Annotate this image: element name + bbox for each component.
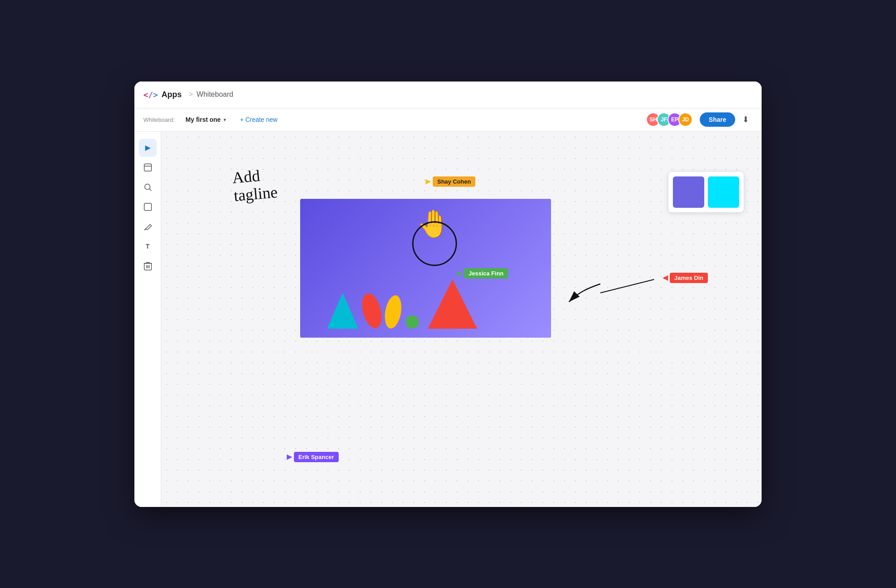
shapes-container: [327, 279, 477, 329]
green-ball: [405, 315, 419, 329]
red-oval: [358, 291, 385, 330]
svg-rect-0: [144, 164, 151, 171]
delete-tool[interactable]: [139, 257, 157, 275]
shay-label: Shay Cohen: [433, 176, 475, 187]
frame-tool[interactable]: [139, 198, 157, 216]
logo: </> Apps: [143, 90, 182, 99]
toolbar-row: Whiteboard: My first one ▾ + Create new …: [134, 108, 762, 132]
whiteboard-label: Whiteboard:: [143, 116, 175, 123]
swatch-cyan[interactable]: [708, 176, 739, 208]
jessica-label: Jessica Finn: [464, 268, 508, 279]
svg-point-2: [145, 184, 150, 189]
circle-overlay: [412, 221, 457, 266]
logo-icon: </>: [143, 90, 158, 99]
swatch-purple[interactable]: [673, 176, 704, 208]
breadcrumb-separator: >: [189, 90, 193, 99]
cursor-erik-spancer: ▶ Erik Spancer: [287, 452, 339, 462]
cursor-shay-cohen: ▶ Shay Cohen: [426, 176, 475, 187]
text-tool[interactable]: T: [139, 237, 157, 255]
color-swatches-panel: [668, 172, 744, 212]
canvas-image-inner: 🤚: [300, 199, 551, 338]
avatar-user-4[interactable]: JD: [678, 112, 693, 127]
share-button[interactable]: Share: [700, 112, 735, 127]
yellow-oval: [383, 294, 404, 330]
create-new-button[interactable]: + Create new: [237, 114, 281, 125]
james-cursor-icon: ◀: [663, 274, 668, 281]
canvas-image: 🤚: [300, 199, 551, 338]
erik-cursor-icon: ▶: [287, 453, 292, 460]
cursor-james-din: ◀ James Din: [663, 273, 708, 283]
svg-line-3: [149, 189, 151, 191]
svg-rect-4: [144, 203, 151, 210]
cyan-triangle: [327, 293, 358, 329]
download-button[interactable]: ⬇: [739, 113, 753, 126]
app-window: </> Apps > Whiteboard Whiteboard: My fir…: [134, 82, 762, 507]
canvas-area[interactable]: Addtagline: [161, 132, 762, 507]
red-triangle: [428, 279, 477, 329]
header-bar: </> Apps > Whiteboard: [134, 82, 762, 108]
shay-cursor-icon: ▶: [426, 178, 431, 185]
james-label: James Din: [670, 273, 708, 283]
page-title: Whiteboard: [197, 90, 233, 99]
select-tool[interactable]: ▶: [139, 139, 157, 157]
main-area: ▶: [134, 132, 762, 507]
create-new-label: + Create new: [240, 116, 278, 123]
erik-label: Erik Spancer: [294, 452, 339, 462]
toolbar-right: SH JF EP JD Share ⬇: [646, 112, 753, 127]
left-toolbar: ▶: [134, 132, 161, 507]
whiteboard-name-text: My first one: [185, 116, 221, 123]
jessica-cursor-icon: ▶: [457, 270, 462, 277]
cursor-jessica-finn: ▶ Jessica Finn: [457, 268, 508, 279]
sticky-tool[interactable]: [139, 159, 157, 176]
apps-label[interactable]: Apps: [162, 90, 182, 99]
whiteboard-name-dropdown[interactable]: My first one ▾: [182, 114, 229, 125]
pen-tool[interactable]: [139, 218, 157, 236]
chevron-down-icon: ▾: [224, 117, 226, 122]
zoom-tool[interactable]: [139, 178, 157, 196]
annotation-tagline: Addtagline: [232, 165, 278, 204]
avatar-group: SH JF EP JD: [646, 112, 693, 127]
